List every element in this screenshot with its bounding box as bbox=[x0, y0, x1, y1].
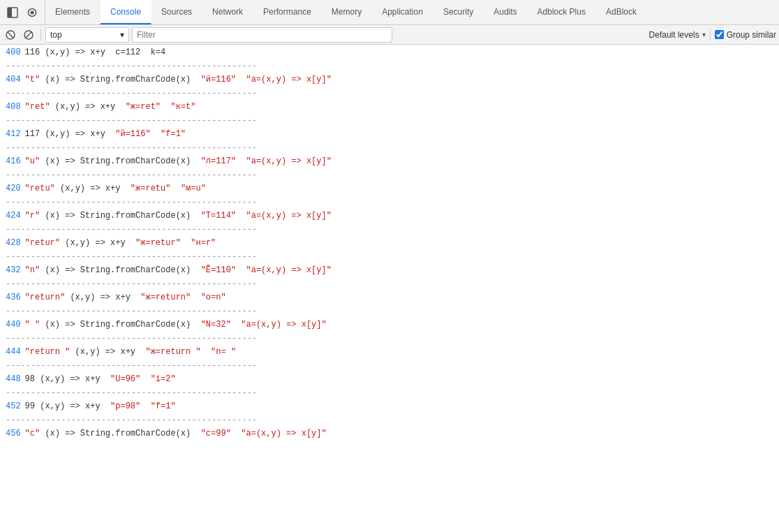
tab-elements[interactable]: Elements bbox=[45, 0, 101, 24]
tab-security[interactable]: Security bbox=[433, 0, 484, 24]
line-number[interactable]: 432 bbox=[6, 264, 21, 276]
console-divider: ----------------------------------------… bbox=[0, 306, 779, 317]
tab-sources[interactable]: Sources bbox=[151, 0, 202, 24]
tab-network[interactable]: Network bbox=[202, 0, 253, 24]
log-text: "ret" (x,y) => x+y "ж=ret" "к=t" bbox=[25, 101, 196, 113]
log-text: 116 (x,y) => x+y c=112 k=4 bbox=[25, 46, 166, 59]
line-number[interactable]: 444 bbox=[6, 346, 21, 358]
default-levels-arrow: ▾ bbox=[702, 31, 706, 38]
clear-console-button[interactable] bbox=[3, 27, 18, 43]
console-divider: ----------------------------------------… bbox=[0, 61, 779, 72]
table-row: 404"t" (x) => String.fromCharCode(x) "й=… bbox=[0, 72, 779, 88]
dock-icon-button[interactable] bbox=[4, 4, 21, 21]
console-divider: ----------------------------------------… bbox=[0, 88, 779, 99]
group-similar-checkbox[interactable] bbox=[715, 30, 724, 39]
svg-line-5 bbox=[26, 31, 32, 38]
tab-audits[interactable]: Audits bbox=[484, 0, 527, 24]
line-number[interactable]: 420 bbox=[6, 182, 21, 195]
log-text: "retu" (x,y) => x+y "ж=retu" "м=u" bbox=[25, 182, 206, 195]
tab-performance[interactable]: Performance bbox=[253, 0, 322, 24]
svg-line-3 bbox=[8, 32, 13, 38]
console-output: 400116 (x,y) => x+y c=112 k=4-----------… bbox=[0, 45, 779, 532]
svg-rect-1 bbox=[8, 8, 12, 17]
table-row: 420"retu" (x,y) => x+y "ж=retu" "м=u" bbox=[0, 181, 779, 197]
log-text: 117 (x,y) => x+y "й=116" "f=1" bbox=[25, 128, 186, 140]
context-selector[interactable]: top ▾ bbox=[45, 27, 129, 43]
log-text: "t" (x) => String.fromCharCode(x) "й=116… bbox=[25, 73, 332, 86]
log-text: 99 (x,y) => x+y "p=98" "f=1" bbox=[25, 400, 176, 413]
group-similar-label: Group similar bbox=[727, 30, 776, 40]
console-divider: ----------------------------------------… bbox=[0, 142, 779, 154]
table-row: 424"r" (x) => String.fromCharCode(x) "T=… bbox=[0, 208, 779, 224]
line-number[interactable]: 408 bbox=[6, 101, 21, 113]
table-row: 440" " (x) => String.fromCharCode(x) "N=… bbox=[0, 317, 779, 333]
console-divider: ----------------------------------------… bbox=[0, 333, 779, 344]
console-divider: ----------------------------------------… bbox=[0, 415, 779, 426]
tab-application[interactable]: Application bbox=[372, 0, 433, 24]
separator-2 bbox=[710, 29, 711, 40]
console-divider: ----------------------------------------… bbox=[0, 170, 779, 181]
line-number[interactable]: 412 bbox=[6, 128, 21, 140]
log-text: " " (x) => String.fromCharCode(x) "N=32"… bbox=[25, 318, 327, 331]
tab-memory[interactable]: Memory bbox=[322, 0, 372, 24]
console-divider: ----------------------------------------… bbox=[0, 224, 779, 235]
tab-icon-group bbox=[0, 0, 45, 24]
table-row: 412117 (x,y) => x+y "й=116" "f=1" bbox=[0, 126, 779, 142]
console-divider: ----------------------------------------… bbox=[0, 197, 779, 208]
line-number[interactable]: 400 bbox=[6, 46, 21, 59]
table-row: 456"c" (x) => String.fromCharCode(x) "c=… bbox=[0, 426, 779, 442]
line-number[interactable]: 436 bbox=[6, 291, 21, 304]
table-row: 432"n" (x) => String.fromCharCode(x) "Ê=… bbox=[0, 263, 779, 279]
default-levels-dropdown[interactable]: Default levels ▾ bbox=[649, 30, 706, 40]
line-number[interactable]: 428 bbox=[6, 237, 21, 249]
log-text: "return" (x,y) => x+y "ж=return" "o=n" bbox=[25, 291, 226, 304]
log-text: "return " (x,y) => x+y "ж=return " "n= " bbox=[25, 346, 236, 358]
console-divider: ----------------------------------------… bbox=[0, 279, 779, 290]
table-row: 44898 (x,y) => x+y "U=96" "i=2" bbox=[0, 371, 779, 387]
log-text: "u" (x) => String.fromCharCode(x) "л=117… bbox=[25, 155, 332, 168]
console-divider: ----------------------------------------… bbox=[0, 251, 779, 263]
log-text: "r" (x) => String.fromCharCode(x) "T=114… bbox=[25, 209, 332, 222]
group-similar-wrapper: Group similar bbox=[715, 30, 776, 40]
context-dropdown-arrow: ▾ bbox=[120, 30, 124, 40]
tab-adblock[interactable]: AdBlock bbox=[596, 0, 647, 24]
table-row: 400116 (x,y) => x+y c=112 k=4 bbox=[0, 45, 779, 61]
table-row: 436"return" (x,y) => x+y "ж=return" "o=n… bbox=[0, 290, 779, 306]
line-number[interactable]: 404 bbox=[6, 73, 21, 86]
ban-button[interactable] bbox=[21, 27, 36, 43]
line-number[interactable]: 416 bbox=[6, 155, 21, 168]
line-number[interactable]: 440 bbox=[6, 318, 21, 331]
log-text: "retur" (x,y) => x+y "ж=retur" "н=r" bbox=[25, 237, 216, 249]
table-row: 408"ret" (x,y) => x+y "ж=ret" "к=t" bbox=[0, 99, 779, 115]
log-text: "n" (x) => String.fromCharCode(x) "Ê=110… bbox=[25, 264, 332, 276]
console-toolbar: top ▾ Default levels ▾ Group similar bbox=[0, 25, 779, 45]
console-divider: ----------------------------------------… bbox=[0, 387, 779, 399]
tab-adblock-plus[interactable]: Adblock Plus bbox=[528, 0, 596, 24]
line-number[interactable]: 452 bbox=[6, 400, 21, 413]
table-row: 416"u" (x) => String.fromCharCode(x) "л=… bbox=[0, 154, 779, 170]
console-divider: ----------------------------------------… bbox=[0, 115, 779, 126]
settings-icon-button[interactable] bbox=[24, 4, 40, 21]
table-row: 428"retur" (x,y) => x+y "ж=retur" "н=r" bbox=[0, 235, 779, 251]
default-levels-label: Default levels bbox=[649, 30, 699, 40]
log-text: "c" (x) => String.fromCharCode(x) "c=99"… bbox=[25, 427, 327, 440]
line-number[interactable]: 424 bbox=[6, 209, 21, 222]
devtools-tab-bar: Elements Console Sources Network Perform… bbox=[0, 0, 779, 25]
table-row: 45299 (x,y) => x+y "p=98" "f=1" bbox=[0, 399, 779, 415]
context-value: top bbox=[50, 30, 62, 40]
separator-1 bbox=[40, 29, 41, 40]
table-row: 444"return " (x,y) => x+y "ж=return " "n… bbox=[0, 344, 779, 360]
tab-console[interactable]: Console bbox=[101, 0, 151, 24]
log-text: 98 (x,y) => x+y "U=96" "i=2" bbox=[25, 373, 176, 385]
line-number[interactable]: 448 bbox=[6, 373, 21, 385]
console-divider: ----------------------------------------… bbox=[0, 360, 779, 371]
line-number[interactable]: 456 bbox=[6, 427, 21, 440]
filter-input[interactable] bbox=[132, 27, 392, 43]
